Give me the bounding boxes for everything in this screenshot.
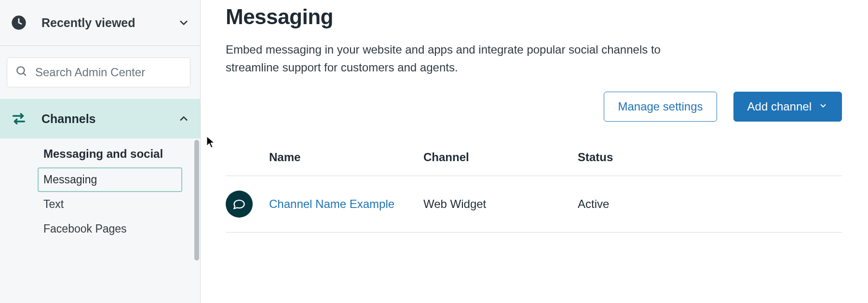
search-container — [0, 46, 200, 99]
recently-viewed-section[interactable]: Recently viewed — [0, 0, 200, 46]
sidebar-subgroup: Messaging and social Messaging Text Face… — [0, 138, 200, 241]
channel-type: Web Widget — [423, 197, 578, 211]
channels-label: Channels — [41, 112, 177, 126]
subgroup-title: Messaging and social — [43, 147, 200, 161]
sidebar-item-facebook-pages[interactable]: Facebook Pages — [43, 217, 200, 241]
svg-line-2 — [24, 73, 26, 76]
channel-status: Active — [578, 197, 842, 211]
recently-viewed-label: Recently viewed — [41, 16, 177, 30]
page-title: Messaging — [226, 5, 842, 29]
add-channel-button[interactable]: Add channel — [733, 92, 842, 122]
chevron-up-icon — [177, 112, 190, 125]
clock-icon — [10, 14, 28, 32]
main-content: Messaging Embed messaging in your websit… — [201, 0, 868, 303]
table-header: Name Channel Status — [226, 151, 842, 176]
channels-table: Name Channel Status Channel Name Example… — [226, 151, 842, 233]
action-bar: Manage settings Add channel — [226, 92, 842, 122]
sidebar-item-text[interactable]: Text — [43, 192, 200, 217]
chat-bubble-icon — [226, 191, 253, 218]
search-icon — [15, 65, 34, 80]
chevron-down-icon — [177, 16, 190, 29]
search-input-wrap[interactable] — [7, 57, 190, 87]
sidebar-item-channels[interactable]: Channels — [0, 99, 200, 138]
col-name: Name — [269, 151, 423, 164]
channel-name-link[interactable]: Channel Name Example — [269, 197, 394, 210]
add-channel-label: Add channel — [747, 100, 812, 113]
sidebar-scrollbar[interactable] — [194, 140, 199, 261]
page-description: Embed messaging in your website and apps… — [226, 41, 698, 76]
sidebar-item-messaging[interactable]: Messaging — [38, 167, 182, 192]
manage-settings-button[interactable]: Manage settings — [604, 92, 717, 122]
svg-point-1 — [17, 67, 24, 74]
table-row[interactable]: Channel Name Example Web Widget Active — [226, 176, 842, 233]
arrows-icon — [10, 110, 28, 128]
search-input[interactable] — [34, 65, 182, 80]
chevron-down-icon — [812, 100, 828, 113]
col-status: Status — [578, 151, 842, 164]
sidebar: Recently viewed Channels — [0, 0, 201, 303]
col-channel: Channel — [423, 151, 578, 164]
